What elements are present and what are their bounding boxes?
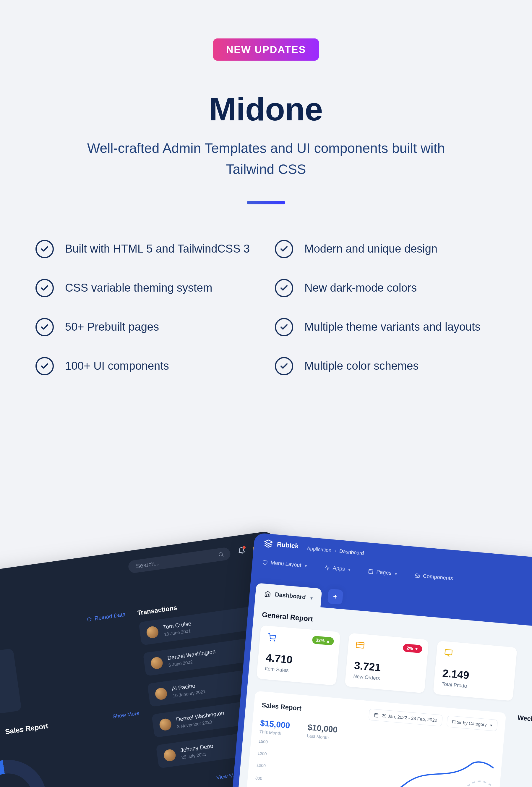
check-icon bbox=[275, 240, 293, 258]
breadcrumb-app[interactable]: Application bbox=[307, 545, 332, 553]
stat-card-item-sales: 33% ▲ 4.710 Item Sales bbox=[256, 625, 340, 685]
general-report-heading: General Report bbox=[262, 611, 313, 623]
nav-label: Menu Layout bbox=[270, 559, 302, 569]
filter-label: Filter by Category bbox=[451, 719, 487, 727]
features-grid: Built with HTML 5 and TailwindCSS 3 Mode… bbox=[36, 240, 496, 375]
nav-label: Components bbox=[423, 573, 453, 582]
filter-dropdown[interactable]: Filter by Category bbox=[446, 716, 498, 731]
layers-icon bbox=[264, 539, 273, 549]
date-range-label: 29 Jan, 2022 - 28 Feb, 2022 bbox=[381, 713, 438, 723]
nav-menu-layout[interactable]: Menu Layout bbox=[262, 559, 307, 569]
sales-report-heading: Sales Report bbox=[262, 701, 302, 712]
stat-card-total-products: 2.149 Total Produ bbox=[433, 641, 517, 701]
weekly-top-card: Weekly Top bbox=[517, 714, 532, 733]
last-month-label: Last Month bbox=[307, 733, 337, 741]
activity-icon bbox=[324, 565, 330, 571]
check-icon bbox=[36, 279, 54, 297]
feature-text: Multiple color schemes bbox=[305, 360, 419, 373]
nav-apps[interactable]: Apps bbox=[324, 564, 351, 573]
product-title: Midone bbox=[209, 90, 323, 128]
check-icon bbox=[275, 357, 293, 375]
y-tick: 800 bbox=[255, 775, 263, 781]
nav-label: Apps bbox=[332, 565, 345, 572]
plus-icon bbox=[332, 593, 339, 600]
feature-item: New dark-mode colors bbox=[275, 279, 496, 297]
feature-text: Modern and unique design bbox=[305, 242, 438, 255]
mockups-container: Search... Forms Widgets bbox=[0, 462, 532, 787]
feature-text: CSS variable theming system bbox=[65, 281, 212, 294]
inbox-icon bbox=[414, 573, 420, 578]
date-range-picker[interactable]: 29 Jan, 2022 - 28 Feb, 2022 bbox=[369, 709, 443, 727]
svg-rect-6 bbox=[369, 569, 373, 574]
chevron-down-icon bbox=[309, 594, 313, 601]
feature-item: 100+ UI components bbox=[36, 357, 257, 375]
feature-text: New dark-mode colors bbox=[305, 281, 417, 294]
svg-marker-5 bbox=[265, 539, 272, 544]
y-tick: 1500 bbox=[258, 739, 268, 744]
donut-charts: 62% bbox=[0, 732, 154, 787]
show-more-link[interactable]: Show More bbox=[112, 710, 140, 720]
this-month-label: This Month bbox=[259, 729, 289, 737]
brand-logo[interactable]: Rubick bbox=[264, 539, 299, 551]
y-tick: 1200 bbox=[258, 751, 267, 756]
weekly-top-heading: Weekly Top bbox=[517, 714, 532, 728]
hero-section: NEW UPDATES Midone Well-crafted Admin Te… bbox=[0, 0, 532, 204]
check-icon bbox=[275, 279, 293, 297]
monitor-icon bbox=[444, 652, 453, 658]
avatar bbox=[154, 687, 168, 700]
feature-item: Built with HTML 5 and TailwindCSS 3 bbox=[36, 240, 257, 258]
nav-pages[interactable]: Pages bbox=[368, 568, 398, 577]
breadcrumb: Application › Dashboard bbox=[307, 545, 364, 556]
stat-card-visitors: 152.040 Unique Visitor bbox=[0, 648, 22, 721]
credit-card-icon bbox=[356, 644, 364, 651]
svg-point-11 bbox=[274, 640, 275, 641]
layout-icon bbox=[368, 569, 374, 574]
search-placeholder: Search... bbox=[136, 559, 160, 570]
avatar bbox=[146, 625, 159, 639]
transactions-heading: Transactions bbox=[137, 604, 178, 617]
sales-report-heading: Sales Report bbox=[5, 722, 49, 736]
svg-point-0 bbox=[219, 552, 223, 556]
this-month-value: $15,000 bbox=[260, 718, 290, 730]
svg-line-7 bbox=[369, 571, 373, 571]
feature-text: Multiple theme variants and layouts bbox=[305, 321, 481, 333]
avatar bbox=[150, 656, 163, 669]
feature-text: 100+ UI components bbox=[65, 360, 169, 373]
stat-tag: 2% ▼ bbox=[403, 643, 423, 653]
brand-name: Rubick bbox=[276, 540, 299, 550]
feature-item: 50+ Prebuilt pages bbox=[36, 318, 257, 336]
svg-rect-17 bbox=[375, 714, 378, 717]
refresh-icon bbox=[87, 617, 92, 622]
svg-line-20 bbox=[375, 715, 378, 715]
feature-text: Built with HTML 5 and TailwindCSS 3 bbox=[65, 242, 250, 255]
calendar-icon bbox=[374, 712, 379, 718]
svg-rect-12 bbox=[356, 642, 364, 648]
y-tick: 1000 bbox=[256, 763, 266, 768]
check-icon bbox=[36, 318, 54, 336]
last-month-value: $10,000 bbox=[307, 723, 338, 735]
breadcrumb-current: Dashboard bbox=[339, 548, 364, 556]
check-icon bbox=[36, 357, 54, 375]
notifications-icon[interactable] bbox=[237, 547, 246, 557]
avatar bbox=[159, 718, 172, 731]
svg-line-13 bbox=[356, 644, 364, 645]
reload-label: Reload Data bbox=[94, 611, 126, 622]
feature-item: Modern and unique design bbox=[275, 240, 496, 258]
chevron-down-icon bbox=[489, 723, 492, 728]
new-updates-badge: NEW UPDATES bbox=[213, 39, 319, 61]
avatar bbox=[163, 748, 176, 762]
svg-rect-14 bbox=[445, 650, 452, 655]
feature-text: 50+ Prebuilt pages bbox=[65, 321, 159, 333]
home-icon bbox=[264, 590, 271, 597]
add-tab-button[interactable] bbox=[328, 589, 343, 604]
search-input[interactable]: Search... bbox=[128, 547, 231, 574]
light-dashboard-mockup: Rubick Application › Dashboard Menu Layo… bbox=[225, 533, 532, 787]
stat-label: Unique Visitor bbox=[0, 696, 10, 710]
cart-icon bbox=[267, 636, 276, 643]
stat-tag: 33% ▲ bbox=[312, 636, 334, 645]
donut-chart-icon: 62% bbox=[0, 755, 51, 787]
nav-components[interactable]: Components bbox=[414, 572, 453, 582]
nav-label: Pages bbox=[376, 569, 392, 576]
divider-accent bbox=[247, 201, 285, 204]
product-subtitle: Well-crafted Admin Templates and UI comp… bbox=[66, 138, 466, 180]
